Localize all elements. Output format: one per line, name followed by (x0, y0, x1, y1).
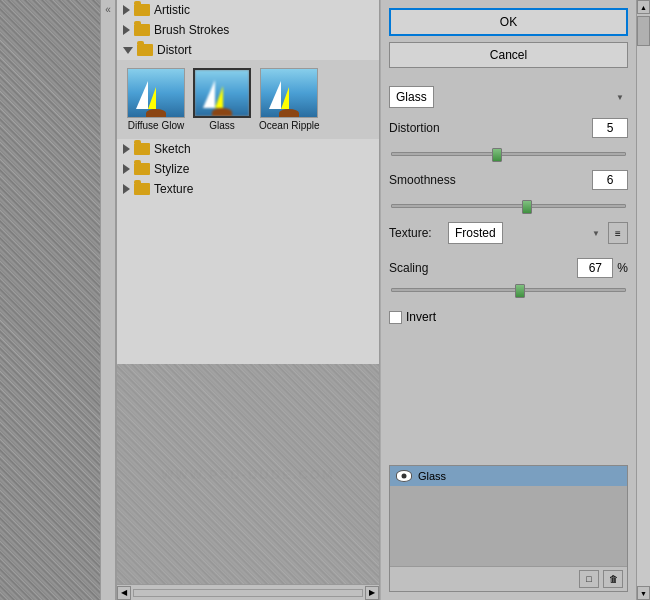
layers-panel: Glass □ 🗑 (389, 465, 628, 592)
category-texture-header[interactable]: Texture (117, 179, 379, 199)
category-sketch: Sketch (117, 139, 379, 159)
bottom-scrollbar[interactable]: ◀ ▶ (117, 584, 379, 600)
distortion-slider-track[interactable] (391, 152, 626, 156)
right-panel: OK Cancel Glass Distortion (380, 0, 650, 600)
folder-icon-6 (134, 183, 150, 195)
invert-checkbox[interactable] (389, 311, 402, 324)
filter-list: Artistic Brush Strokes D (117, 0, 379, 364)
category-texture: Texture (117, 179, 379, 199)
category-brush-strokes-label: Brush Strokes (154, 23, 229, 37)
delete-layer-button[interactable]: 🗑 (603, 570, 623, 588)
smoothness-thumb[interactable] (522, 200, 532, 214)
folder-icon-4 (134, 143, 150, 155)
category-artistic: Artistic (117, 0, 379, 20)
invert-label: Invert (406, 310, 436, 324)
scaling-label: Scaling (389, 261, 469, 275)
collapse-button[interactable]: « (100, 0, 116, 600)
thumb-img-ocean-ripple (260, 68, 318, 118)
thumb-img-diffuse-glow (127, 68, 185, 118)
filter-dropdown[interactable]: Glass (389, 86, 434, 108)
filter-thumbnails: Diffuse Glow Glass (117, 60, 379, 139)
thumb-label-diffuse-glow: Diffuse Glow (128, 120, 185, 131)
folder-icon-5 (134, 163, 150, 175)
category-artistic-header[interactable]: Artistic (117, 0, 379, 20)
thumb-label-ocean-ripple: Ocean Ripple (259, 120, 320, 131)
distortion-input[interactable] (592, 118, 628, 138)
category-stylize: Stylize (117, 159, 379, 179)
percent-label: % (617, 261, 628, 275)
smoothness-label: Smoothness (389, 173, 469, 187)
scroll-left-arrow[interactable]: ◀ (117, 586, 131, 600)
folder-icon-3 (137, 44, 153, 56)
triangle-right-icon-5 (123, 184, 130, 194)
triangle-right-icon-2 (123, 25, 130, 35)
category-distort-label: Distort (157, 43, 192, 57)
scaling-slider-track[interactable] (391, 288, 626, 292)
layers-footer: □ 🗑 (390, 566, 627, 591)
scaling-row: Scaling % (389, 258, 628, 278)
preview-area: WWW.PSD-DUDE.COM (117, 364, 379, 584)
layer-label-glass: Glass (418, 470, 446, 482)
triangle-down-icon (123, 47, 133, 54)
category-artistic-label: Artistic (154, 3, 190, 17)
right-scrollbar[interactable]: ▲ ▼ (636, 0, 650, 600)
new-layer-button[interactable]: □ (579, 570, 599, 588)
category-sketch-header[interactable]: Sketch (117, 139, 379, 159)
distortion-thumb[interactable] (492, 148, 502, 162)
category-texture-label: Texture (154, 182, 193, 196)
distortion-fill (392, 153, 497, 155)
distortion-label: Distortion (389, 121, 469, 135)
texture-label: Texture: (389, 226, 444, 240)
eye-icon[interactable] (396, 470, 412, 482)
canvas-area (0, 0, 100, 600)
distortion-row: Distortion (389, 118, 628, 138)
double-arrow-icon: « (105, 4, 111, 15)
smoothness-row: Smoothness (389, 170, 628, 190)
smoothness-fill (392, 205, 527, 207)
scroll-down-arrow[interactable]: ▼ (637, 586, 650, 600)
thumb-label-glass: Glass (209, 120, 235, 131)
thumbnail-glass[interactable]: Glass (191, 66, 253, 133)
thumbnail-diffuse-glow[interactable]: Diffuse Glow (125, 66, 187, 133)
triangle-right-icon-3 (123, 144, 130, 154)
layer-item-glass[interactable]: Glass (390, 466, 627, 486)
cancel-button[interactable]: Cancel (389, 42, 628, 68)
texture-dropdown-wrapper: Frosted (448, 222, 604, 244)
controls-panel: OK Cancel Glass Distortion (380, 0, 636, 600)
scroll-right-arrow[interactable]: ▶ (365, 586, 379, 600)
category-distort-header[interactable]: Distort (117, 40, 379, 60)
scaling-thumb[interactable] (515, 284, 525, 298)
texture-row: Texture: Frosted ≡ (389, 222, 628, 244)
scroll-thumb[interactable] (637, 16, 650, 46)
scaling-fill (392, 289, 520, 291)
layer-preview (390, 486, 627, 566)
invert-row: Invert (389, 310, 628, 324)
folder-icon (134, 4, 150, 16)
category-brush-strokes: Brush Strokes (117, 20, 379, 40)
scaling-slider-container (389, 288, 628, 292)
scroll-up-arrow[interactable]: ▲ (637, 0, 650, 14)
triangle-right-icon (123, 5, 130, 15)
smoothness-slider-container (389, 204, 628, 208)
texture-menu-button[interactable]: ≡ (608, 222, 628, 244)
category-stylize-label: Stylize (154, 162, 189, 176)
triangle-right-icon-4 (123, 164, 130, 174)
folder-icon-2 (134, 24, 150, 36)
category-sketch-label: Sketch (154, 142, 191, 156)
filter-dropdown-wrapper: Glass (389, 86, 628, 108)
smoothness-slider-track[interactable] (391, 204, 626, 208)
category-distort: Distort Diffuse Glow (117, 40, 379, 139)
filter-dropdown-row: Glass (389, 86, 628, 108)
thumbnail-ocean-ripple[interactable]: Ocean Ripple (257, 66, 322, 133)
category-brush-strokes-header[interactable]: Brush Strokes (117, 20, 379, 40)
canvas-texture (0, 0, 100, 600)
ok-button[interactable]: OK (389, 8, 628, 36)
smoothness-input[interactable] (592, 170, 628, 190)
distortion-slider-container (389, 152, 628, 156)
scaling-input[interactable] (577, 258, 613, 278)
thumb-img-glass (193, 68, 251, 118)
texture-dropdown[interactable]: Frosted (448, 222, 503, 244)
category-stylize-header[interactable]: Stylize (117, 159, 379, 179)
